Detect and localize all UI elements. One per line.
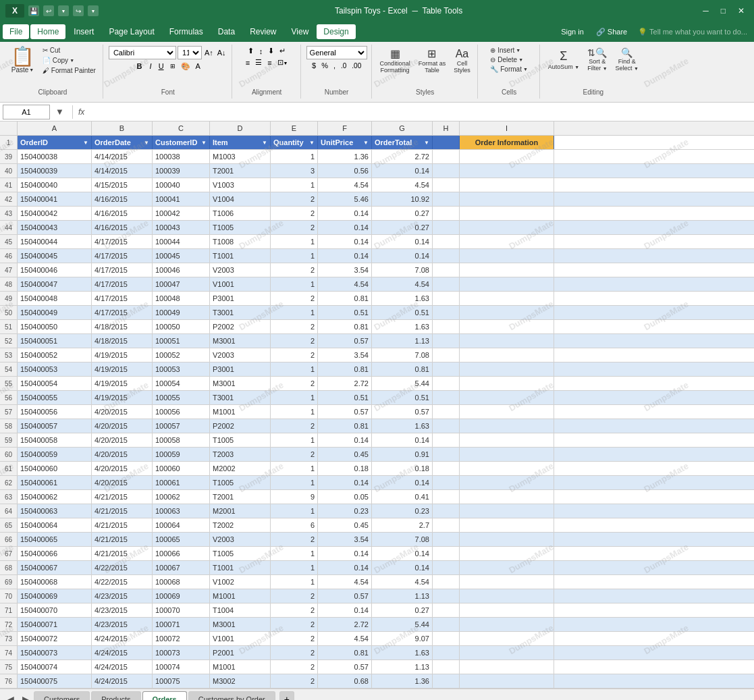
header-cell-item[interactable]: Item ▼ <box>210 136 271 149</box>
cell[interactable]: 150400049 <box>18 306 92 319</box>
font-grow-button[interactable]: A↑ <box>203 48 215 57</box>
cell[interactable]: 150400062 <box>18 490 92 504</box>
menu-review[interactable]: Review <box>243 24 283 39</box>
filter-arrow-orderid[interactable]: ▼ <box>83 140 88 146</box>
cell[interactable] <box>460 362 554 376</box>
cell[interactable] <box>433 533 460 546</box>
cell[interactable]: T2003 <box>210 448 271 461</box>
cell[interactable]: 100069 <box>153 589 210 603</box>
cell[interactable]: 100054 <box>153 377 210 390</box>
cell[interactable] <box>460 504 554 518</box>
merge-button[interactable]: ⊡▼ <box>275 57 290 68</box>
cell[interactable] <box>460 518 554 532</box>
cell[interactable]: 0.51 <box>318 391 372 404</box>
header-cell-orderid[interactable]: OrderID ▼ <box>18 136 92 149</box>
cell[interactable]: 2 <box>271 292 318 305</box>
cell[interactable]: M3001 <box>210 618 271 631</box>
cell[interactable]: 100040 <box>153 178 210 192</box>
find-select-button[interactable]: 🔍 Find &Select ▼ <box>613 46 641 73</box>
align-top-button[interactable]: ⬆ <box>246 46 256 56</box>
cell[interactable] <box>460 419 554 433</box>
cell[interactable]: 1 <box>271 306 318 319</box>
cell[interactable]: 150400048 <box>18 292 92 305</box>
cell[interactable]: 3.54 <box>318 263 372 277</box>
cell[interactable]: 2 <box>271 660 318 674</box>
cell[interactable]: 2 <box>271 589 318 603</box>
cell[interactable]: 4/23/2015 <box>92 618 153 631</box>
cell[interactable]: 150400070 <box>18 603 92 617</box>
cell[interactable]: 5.46 <box>318 192 372 206</box>
cell[interactable]: 150400058 <box>18 433 92 447</box>
cell[interactable]: V2003 <box>210 533 271 546</box>
cell[interactable]: 2 <box>271 533 318 546</box>
cell[interactable]: 7.08 <box>372 263 433 277</box>
cell[interactable]: 4/17/2015 <box>92 235 153 248</box>
align-middle-button[interactable]: ↕ <box>257 47 265 56</box>
cell[interactable]: P3001 <box>210 292 271 305</box>
cell[interactable]: 150400052 <box>18 348 92 362</box>
cell[interactable]: 0.57 <box>318 405 372 419</box>
cell[interactable]: T1001 <box>210 249 271 263</box>
increase-decimal-button[interactable]: .0 <box>339 61 348 70</box>
cell[interactable]: 0.27 <box>372 221 433 234</box>
cell[interactable]: 4/22/2015 <box>92 561 153 574</box>
cell[interactable] <box>433 462 460 475</box>
cell[interactable]: 1 <box>271 405 318 419</box>
cell[interactable]: 0.51 <box>318 306 372 319</box>
italic-button[interactable]: I <box>147 61 155 71</box>
cell[interactable]: 100075 <box>153 674 210 688</box>
decrease-decimal-button[interactable]: .00 <box>350 61 363 70</box>
cell[interactable]: 4/21/2015 <box>92 518 153 532</box>
number-format-select[interactable]: General <box>306 46 367 59</box>
cell[interactable]: 6 <box>271 518 318 532</box>
sort-filter-button[interactable]: ⇅🔍 Sort &Filter ▼ <box>585 46 610 73</box>
cell[interactable]: 2 <box>271 646 318 659</box>
cell[interactable]: 150400075 <box>18 674 92 688</box>
percent-button[interactable]: % <box>319 61 330 70</box>
cell[interactable] <box>460 533 554 546</box>
cell[interactable]: 1.63 <box>372 292 433 305</box>
cell[interactable]: 0.91 <box>372 448 433 461</box>
cell[interactable]: 4/14/2015 <box>92 164 153 178</box>
cell[interactable]: 100073 <box>153 646 210 659</box>
cell[interactable]: 150400055 <box>18 391 92 404</box>
cell[interactable]: 0.45 <box>318 448 372 461</box>
cell[interactable]: 2 <box>271 192 318 206</box>
header-cell-quantity[interactable]: Quantity ▼ <box>271 136 318 149</box>
cell[interactable]: 0.51 <box>372 306 433 319</box>
cell[interactable]: 2 <box>271 320 318 333</box>
cell[interactable]: 7.08 <box>372 533 433 546</box>
cell[interactable]: 0.57 <box>318 660 372 674</box>
save-icon[interactable]: 💾 <box>28 5 39 16</box>
cell[interactable]: V1002 <box>210 575 271 589</box>
header-cell-orderdate[interactable]: OrderDate ▼ <box>92 136 153 149</box>
menu-file[interactable]: File <box>3 24 29 39</box>
cell[interactable]: 0.14 <box>318 207 372 220</box>
cell[interactable]: 0.81 <box>372 362 433 376</box>
cell[interactable]: 0.14 <box>318 433 372 447</box>
cell[interactable]: 150400044 <box>18 235 92 248</box>
redo-icon[interactable]: ↪ <box>73 5 84 16</box>
cell[interactable]: 1 <box>271 391 318 404</box>
cell[interactable] <box>433 192 460 206</box>
format-painter-button[interactable]: 🖌 Format Painter <box>40 66 99 75</box>
cell[interactable] <box>433 476 460 489</box>
cell[interactable]: 4/20/2015 <box>92 462 153 475</box>
cell[interactable] <box>460 490 554 504</box>
cell[interactable]: 1 <box>271 235 318 248</box>
border-button[interactable]: ⊞ <box>168 62 178 70</box>
cell[interactable]: 100061 <box>153 476 210 489</box>
expand-formula-icon[interactable]: ▼ <box>55 107 64 117</box>
cell[interactable]: 0.14 <box>372 547 433 560</box>
cell[interactable] <box>460 235 554 248</box>
cell[interactable] <box>433 235 460 248</box>
cell[interactable]: 150400072 <box>18 632 92 645</box>
cell[interactable]: 100058 <box>153 433 210 447</box>
font-size-select[interactable]: 11 <box>178 46 202 59</box>
cell[interactable]: 100064 <box>153 518 210 532</box>
cell[interactable]: 100055 <box>153 391 210 404</box>
cell[interactable] <box>433 164 460 178</box>
cell[interactable]: 150400063 <box>18 504 92 518</box>
cell[interactable] <box>433 391 460 404</box>
cell[interactable]: 2.72 <box>318 618 372 631</box>
